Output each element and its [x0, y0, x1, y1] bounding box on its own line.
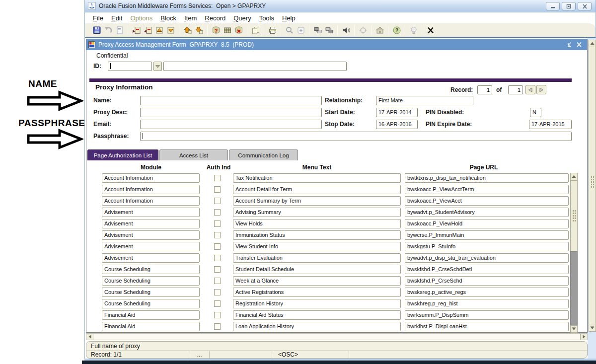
- menu-query[interactable]: Query: [229, 13, 255, 23]
- horizontal-scrollbar[interactable]: [86, 333, 588, 340]
- cancel-query-icon[interactable]: [233, 25, 244, 36]
- menu-file[interactable]: File: [89, 13, 107, 23]
- page-url-cell[interactable]: bwrksumm.P_DispSumm: [405, 310, 569, 320]
- page-url-cell[interactable]: bwskhreg.p_reg_hist: [405, 299, 569, 308]
- menu-text-cell[interactable]: Account Summary by Term: [233, 196, 401, 206]
- form-restore-icon[interactable]: [566, 41, 572, 48]
- passphrase-input[interactable]: [140, 132, 572, 141]
- auth-ind-checkbox[interactable]: [214, 266, 221, 273]
- form-close-icon[interactable]: [576, 41, 582, 48]
- window-scroll-down-button[interactable]: [589, 324, 596, 331]
- relationship-input[interactable]: First Mate: [376, 96, 473, 105]
- print-icon[interactable]: [267, 25, 278, 36]
- next-block-icon[interactable]: [324, 25, 334, 36]
- insert-record-icon[interactable]: [131, 25, 142, 36]
- menu-text-cell[interactable]: Week at a Glance: [233, 276, 401, 286]
- page-url-cell[interactable]: bwskfshd.P_CrseSchd: [405, 276, 569, 286]
- name-input[interactable]: [140, 96, 322, 105]
- menu-help[interactable]: Help: [278, 13, 299, 23]
- table-scroll-down-button[interactable]: [570, 325, 578, 333]
- menu-item[interactable]: Item: [180, 13, 201, 23]
- auth-ind-checkbox[interactable]: [214, 323, 221, 330]
- menu-text-cell[interactable]: Transfer Evaluation: [233, 253, 401, 263]
- menu-record[interactable]: Record: [201, 13, 229, 23]
- auth-ind-checkbox[interactable]: [214, 243, 221, 250]
- module-cell[interactable]: Account Information: [102, 173, 200, 183]
- pin-expire-date-input[interactable]: 17-APR-2015: [529, 120, 572, 129]
- menu-text-cell[interactable]: Loan Application History: [233, 322, 401, 331]
- menu-text-cell[interactable]: View Holds: [233, 219, 401, 228]
- auth-ind-checkbox[interactable]: [214, 175, 221, 181]
- auth-ind-checkbox[interactable]: [214, 255, 221, 261]
- record-total-box[interactable]: 1: [508, 85, 523, 94]
- form-titlebar[interactable]: Proxy Access Management Form GPAPRXY 8.5…: [86, 39, 587, 50]
- menu-text-cell[interactable]: Registration History: [233, 299, 401, 308]
- proxy-desc-input[interactable]: [140, 108, 322, 117]
- tab-page-authorization-list[interactable]: Page Authorization List: [87, 149, 158, 160]
- module-cell[interactable]: Account Information: [102, 196, 200, 206]
- previous-block-icon[interactable]: [312, 25, 323, 36]
- module-cell[interactable]: Financial Aid: [102, 322, 200, 331]
- auth-ind-checkbox[interactable]: [214, 220, 221, 227]
- window-scrollbar-thumb[interactable]: [589, 48, 596, 316]
- page-url-cell[interactable]: bwskgstu.P_StuInfo: [405, 242, 569, 251]
- previous-record-button[interactable]: [525, 85, 535, 94]
- table-scroll-up-button[interactable]: [570, 173, 578, 180]
- rollback-icon[interactable]: [103, 25, 113, 36]
- module-cell[interactable]: Advisement: [102, 230, 200, 240]
- window-titlebar[interactable]: Oracle Fusion Middleware Forms Services:…: [85, 0, 596, 12]
- window-scrollbar[interactable]: [589, 40, 596, 332]
- maximize-button[interactable]: [562, 2, 576, 10]
- previous-record-icon[interactable]: [154, 25, 164, 36]
- save-icon[interactable]: [91, 25, 102, 36]
- remove-record-icon[interactable]: [143, 25, 153, 36]
- auth-ind-checkbox[interactable]: [214, 186, 221, 193]
- module-cell[interactable]: Advisement: [102, 208, 200, 217]
- hint-icon[interactable]: [408, 25, 419, 36]
- module-cell[interactable]: Course Scheduling: [102, 288, 200, 297]
- auth-ind-checkbox[interactable]: [214, 300, 221, 307]
- email-input[interactable]: [140, 120, 322, 129]
- page-url-cell[interactable]: bwskoacc.P_ViewHold: [405, 219, 569, 228]
- menu-text-cell[interactable]: Financial Aid Status: [233, 310, 401, 320]
- menu-text-cell[interactable]: Immunization Status: [233, 230, 401, 240]
- auth-ind-checkbox[interactable]: [214, 198, 221, 204]
- next-record-icon[interactable]: [165, 25, 176, 36]
- menu-text-cell[interactable]: Student Detail Schedule: [233, 265, 401, 274]
- page-url-cell[interactable]: bwtktxns.p_disp_tax_notification: [405, 173, 569, 183]
- tree-navigation-icon[interactable]: [374, 25, 385, 36]
- menu-text-cell[interactable]: Tax Notification: [233, 173, 401, 183]
- query-icon[interactable]: ?: [211, 25, 221, 36]
- enter-query-icon[interactable]: [182, 25, 193, 36]
- page-url-cell[interactable]: bwskoacc.P_ViewAcct: [405, 196, 569, 206]
- module-cell[interactable]: Advisement: [102, 253, 200, 263]
- close-button[interactable]: [578, 2, 592, 10]
- auth-ind-checkbox[interactable]: [214, 232, 221, 238]
- menu-options[interactable]: Options: [126, 13, 156, 23]
- table-scrollbar[interactable]: [570, 173, 579, 333]
- stop-date-input[interactable]: 16-APR-2016: [376, 120, 418, 129]
- id-dropdown-button[interactable]: [153, 62, 162, 71]
- zoom-in-icon[interactable]: [296, 25, 306, 36]
- page-url-cell[interactable]: bywcrse.P_ImmunMain: [405, 230, 569, 240]
- broadcast-icon[interactable]: [341, 25, 351, 36]
- minimize-button[interactable]: [546, 2, 560, 10]
- execute-query-icon[interactable]: [194, 25, 204, 36]
- scroll-right-button[interactable]: [580, 334, 587, 340]
- menu-text-cell[interactable]: View Student Info: [233, 242, 401, 251]
- module-cell[interactable]: Course Scheduling: [102, 299, 200, 308]
- tab-communication-log[interactable]: Communication Log: [229, 149, 298, 160]
- page-url-cell[interactable]: bwskfshd.P_CrseSchdDetl: [405, 265, 569, 274]
- module-cell[interactable]: Course Scheduling: [102, 265, 200, 274]
- module-cell[interactable]: Course Scheduling: [102, 276, 200, 286]
- positioning-icon[interactable]: [358, 25, 368, 36]
- record-current-box[interactable]: 1: [477, 85, 492, 94]
- page-url-cell[interactable]: bwskoacc.P_ViewAcctTerm: [405, 185, 569, 194]
- module-cell[interactable]: Financial Aid: [102, 310, 200, 320]
- auth-ind-checkbox[interactable]: [214, 278, 221, 284]
- page-url-cell[interactable]: bywadvt.p_disp_stu_tran_evaluation: [405, 253, 569, 263]
- page-url-cell[interactable]: bwrklhst.P_DispLoanHst: [405, 322, 569, 331]
- id-input[interactable]: [108, 62, 152, 71]
- menu-text-cell[interactable]: Account Detail for Term: [233, 185, 401, 194]
- start-date-input[interactable]: 17-APR-2014: [376, 108, 418, 117]
